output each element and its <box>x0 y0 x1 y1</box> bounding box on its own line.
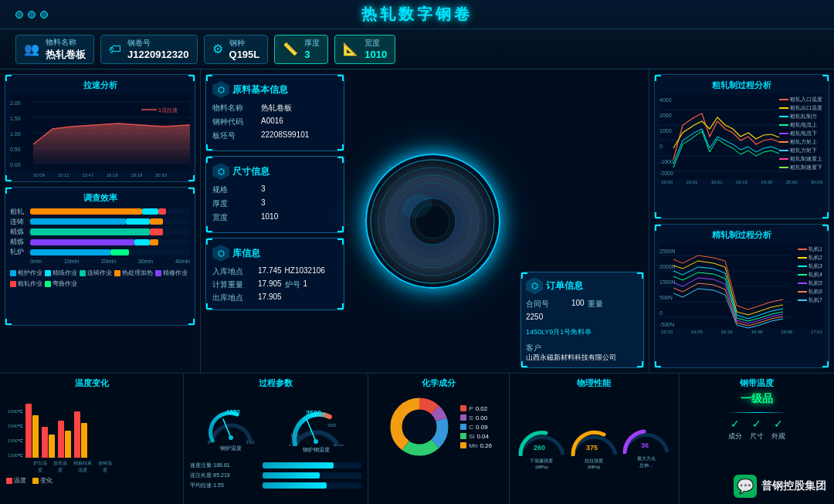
temp-title: 温度变化 <box>6 377 177 389</box>
svg-text:-500N: -500N <box>659 322 674 327</box>
roughmill-chart-area: 4000 2000 1000 0 -1000 -2000 <box>659 94 824 179</box>
chemistry-panel: 化学成分 <box>368 374 510 504</box>
quality-checks: ✓ 成分 ✓ 尺寸 ✓ 外观 <box>728 418 785 441</box>
svg-text:0: 0 <box>659 144 663 149</box>
svg-text:3000: 3000 <box>327 423 336 428</box>
storage-row-1: 入库地点 17.745 HZ1032106 <box>212 266 337 277</box>
temp-bar-4a <box>74 411 80 458</box>
svg-point-47 <box>229 435 233 440</box>
prop-gauge-1: 260 下屈服强度(MPa) <box>517 425 567 469</box>
finishmill-legend: 轧机1 轧机2 轧机3 轧机4 轧机5 轧机6 轧机7 <box>798 245 822 304</box>
customer-row: 客户 山西永磁新材料科技有限公司 <box>526 340 639 363</box>
right-panel: 粗轧制过程分析 4000 2000 1000 <box>649 69 834 373</box>
svg-text:1.50: 1.50 <box>10 116 21 121</box>
check-icon-2: ✓ <box>752 418 761 430</box>
chem-mn: Mn 0.26 <box>460 442 492 449</box>
thickness-item: 📏 厚度 3 <box>274 35 328 64</box>
efficiency-title: 调查效率 <box>10 192 190 204</box>
legend-5: 精修作业 <box>155 269 188 277</box>
bar-row-1 <box>30 208 190 215</box>
speed-x-labels: 10:0910:1113:4716:1618:1920:33 <box>10 173 190 178</box>
svg-text:4000: 4000 <box>659 97 672 103</box>
svg-text:2.00: 2.00 <box>10 100 21 106</box>
efficiency-chart-box: 调查效率 粗轧 连铸 精炼 精炼 轧炉 <box>5 187 195 326</box>
svg-text:-2000: -2000 <box>659 171 673 176</box>
roughmill-legend-1: 粗轧入口温度 <box>779 96 822 103</box>
legend-3: 连铸作业 <box>80 269 112 277</box>
steel-label: 钢种 <box>229 38 260 49</box>
gauge-2: 0 5000 3500 1000 3000 钢炉钢温度 <box>287 400 345 454</box>
svg-text:1500N: 1500N <box>659 279 676 285</box>
steel-code-row: 钢种代码 A0016 <box>212 117 337 127</box>
finishmill-title: 精轧制过程分析 <box>659 229 824 241</box>
prop-arc-2-svg: 375 <box>569 425 619 456</box>
temp-legend-temp: 温度 <box>6 476 26 485</box>
temp-bar-1a <box>25 404 32 458</box>
prop-label-3: 最大力点总伸... <box>637 455 656 469</box>
material-label: 物料名称 <box>46 37 86 48</box>
width-row: 宽度 1010 <box>212 212 337 223</box>
param-2-label: 连注长度:85.219 <box>190 472 259 479</box>
material-info-card: ⬡ 原料基本信息 物料名称 热轧卷板 钢种代码 A0016 <box>205 74 344 151</box>
chem-labels: P 0.02 S 0.00 C 0.09 <box>460 405 492 449</box>
param-row-1: 速度注量:188.81 <box>190 462 361 469</box>
coil-visual-area <box>349 74 516 368</box>
temp-group-4 <box>74 411 87 458</box>
gauge-1-label: 钢炉温度 <box>220 445 242 452</box>
material-name-row: 物料名称 热轧卷板 <box>212 103 337 113</box>
svg-text:0.00: 0.00 <box>10 162 21 167</box>
legend-1: 检护作业 <box>10 269 42 277</box>
chem-p: P 0.02 <box>460 405 492 412</box>
center-left-cards: ⬡ 原料基本信息 物料名称 热轧卷板 钢种代码 A0016 <box>205 74 344 368</box>
roughmill-legend-2: 粗轧出口温度 <box>779 104 822 112</box>
width-label: 宽度 <box>364 38 387 49</box>
material-info-title: ⬡ 原料基本信息 <box>212 81 337 98</box>
svg-marker-10 <box>33 123 190 164</box>
center-right-cards: ⬡ 订单信息 合同号 100 重量 2250 1450LY9月1号角料单 <box>520 74 644 368</box>
efficiency-x-labels: 0min10min20min30min40min <box>10 257 190 266</box>
title-bar: 热轧数字钢卷 <box>0 0 834 29</box>
gauge-container: 0 150 1550 钢炉温度 <box>190 392 361 462</box>
svg-text:2000N: 2000N <box>659 264 676 269</box>
temp-bar-4b <box>81 423 87 458</box>
svg-text:150: 150 <box>246 440 255 445</box>
svg-text:0: 0 <box>289 444 292 446</box>
chemistry-title: 化学成分 <box>375 377 503 389</box>
check-icon-1: ✓ <box>731 418 740 430</box>
center-panel: ⬡ 原料基本信息 物料名称 热轧卷板 钢种代码 A0016 <box>201 69 649 373</box>
process-params: 速度注量:188.81 连注长度:85.219 平均拉速:1.55 <box>190 462 361 489</box>
roughmill-legend-9: 粗轧制速度下 <box>779 164 822 171</box>
coil-outer-ring <box>365 154 500 289</box>
bar-row-2 <box>30 218 190 225</box>
svg-text:2000: 2000 <box>659 113 672 118</box>
finishmill-x-labels: 16:2016:2516:3316:4816:5617:01 <box>659 329 824 335</box>
roughmill-legend-5: 粗轧电流下 <box>779 130 822 137</box>
svg-text:1.00: 1.00 <box>10 131 21 137</box>
roughmill-chart-box: 粗轧制过程分析 4000 2000 1000 <box>654 74 829 219</box>
temp-bar-3b <box>65 431 71 458</box>
size-info-title: ⬡ 尺寸信息 <box>212 163 337 180</box>
order-hex-icon: ⬡ <box>526 277 543 294</box>
svg-text:500N: 500N <box>659 295 673 300</box>
temp-bars <box>25 404 175 458</box>
speed-chart-svg: 2.00 1.50 1.00 0.50 0.00 <box>10 94 190 171</box>
svg-text:-1000: -1000 <box>659 159 673 164</box>
finishmill-chart-area: 2500N 2000N 1500N 500N 0 -500N <box>659 244 824 329</box>
order-row-1: 合同号 100 重量 2250 <box>526 299 639 321</box>
physical-props: 260 下屈服强度(MPa) 375 抗拉强度(MPa) <box>516 392 673 469</box>
param-3-fill <box>263 482 327 489</box>
size-info-card: ⬡ 尺寸信息 规格 3 厚度 3 <box>205 156 344 233</box>
steel-icon: ⚙ <box>212 42 223 56</box>
width-item: 📐 宽度 1010 <box>334 35 395 64</box>
order-info-title: ⬡ 订单信息 <box>526 277 639 294</box>
wechat-icon: 💬 <box>734 475 757 498</box>
quality-check-1: ✓ 成分 <box>728 418 742 441</box>
material-item: 👥 物料名称 热轧卷板 <box>15 35 94 64</box>
info-bar: 👥 物料名称 热轧卷板 🏷 钢卷号 J1220912320 ⚙ 钢种 Q195L… <box>0 29 834 69</box>
prop-label-1: 下屈服强度(MPa) <box>530 458 553 469</box>
svg-text:375: 375 <box>586 444 598 452</box>
watermark: 💬 普钢控股集团 <box>734 475 826 498</box>
thickness-icon: 📏 <box>283 42 298 56</box>
quality-panel: 钢带温度 一级品 ✓ 成分 ✓ 尺寸 <box>680 374 834 504</box>
quality-check-2: ✓ 尺寸 <box>750 418 764 441</box>
